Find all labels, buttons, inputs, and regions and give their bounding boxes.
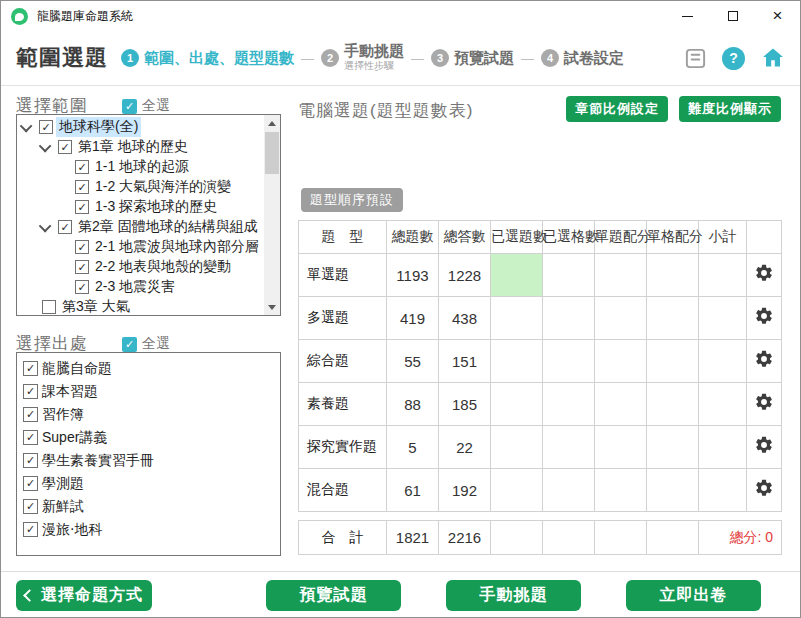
- manual-pick-button[interactable]: 手動挑題: [446, 580, 581, 611]
- checkbox-checked[interactable]: [58, 220, 72, 234]
- selected-questions-cell[interactable]: [491, 426, 543, 469]
- tree-item-label[interactable]: 第1章 地球的歷史: [75, 137, 191, 157]
- generate-paper-button[interactable]: 立即出卷: [626, 580, 761, 611]
- points-per-cell-cell[interactable]: [647, 426, 699, 469]
- tree-item-label[interactable]: 1-3 探索地球的歷史: [92, 197, 220, 217]
- checkbox-checked[interactable]: [23, 453, 38, 468]
- step-4[interactable]: 4 試卷設定: [541, 49, 624, 67]
- checkbox-unchecked[interactable]: [42, 300, 56, 314]
- checkbox-checked[interactable]: [75, 240, 89, 254]
- step-2[interactable]: 2 手動挑題 選擇性步驟: [321, 43, 404, 74]
- checkbox-checked[interactable]: [75, 280, 89, 294]
- checkbox-checked[interactable]: [23, 430, 38, 445]
- selected-cells-cell[interactable]: [543, 254, 595, 297]
- preview-questions-button[interactable]: 預覽試題: [266, 580, 401, 611]
- chevron-down-icon[interactable]: [39, 219, 52, 232]
- save-button[interactable]: [684, 47, 707, 70]
- checkbox-checked[interactable]: [23, 476, 38, 491]
- checkbox-checked[interactable]: [75, 160, 89, 174]
- checkbox-checked[interactable]: [23, 522, 38, 537]
- points-per-question-cell[interactable]: [595, 254, 647, 297]
- points-per-cell-cell[interactable]: [647, 469, 699, 512]
- close-button[interactable]: [755, 1, 800, 31]
- tree-item-label[interactable]: 1-1 地球的起源: [92, 157, 192, 177]
- source-item[interactable]: Super講義: [23, 426, 280, 449]
- tree-item[interactable]: 1-1 地球的起源: [17, 157, 264, 177]
- source-item[interactable]: 龍騰自命題: [23, 357, 280, 380]
- chapter-ratio-button[interactable]: 章節比例設定: [566, 96, 668, 122]
- source-select-all[interactable]: 全選: [122, 335, 170, 353]
- source-item-label[interactable]: 學測題: [42, 475, 84, 493]
- minimize-button[interactable]: [665, 1, 710, 31]
- tree-item-label[interactable]: 地球科學(全): [56, 117, 141, 137]
- chevron-down-icon[interactable]: [20, 119, 33, 132]
- source-item-label[interactable]: 龍騰自命題: [42, 360, 112, 378]
- tree-item[interactable]: 2-3 地震災害: [17, 277, 264, 297]
- step-3[interactable]: 3 預覽試題: [431, 49, 514, 67]
- maximize-button[interactable]: [710, 1, 755, 31]
- source-item-label[interactable]: 新鮮試: [42, 498, 84, 516]
- selected-cells-cell[interactable]: [543, 383, 595, 426]
- checkbox-checked[interactable]: [58, 140, 72, 154]
- tree-item-label[interactable]: 2-3 地震災害: [92, 277, 178, 297]
- tree-item-label[interactable]: 2-2 地表與地殼的變動: [92, 257, 234, 277]
- points-per-cell-cell[interactable]: [647, 297, 699, 340]
- difficulty-ratio-button[interactable]: 難度比例顯示: [679, 96, 781, 122]
- row-settings-button[interactable]: [747, 426, 782, 469]
- checkbox-checked[interactable]: [23, 361, 38, 376]
- selected-questions-cell[interactable]: [491, 340, 543, 383]
- selected-cells-cell[interactable]: [543, 426, 595, 469]
- source-item[interactable]: 課本習題: [23, 380, 280, 403]
- checkbox-checked[interactable]: [39, 120, 53, 134]
- source-item-label[interactable]: 學生素養實習手冊: [42, 452, 154, 470]
- row-settings-button[interactable]: [747, 340, 782, 383]
- selected-cells-cell[interactable]: [543, 469, 595, 512]
- selected-questions-cell[interactable]: [491, 469, 543, 512]
- tree-item[interactable]: 1-2 大氣與海洋的演變: [17, 177, 264, 197]
- tree-item[interactable]: 第3章 大氣: [17, 297, 264, 315]
- tree-scrollbar[interactable]: [264, 115, 280, 315]
- range-select-all[interactable]: 全選: [122, 97, 170, 115]
- points-per-cell-cell[interactable]: [647, 254, 699, 297]
- checkbox-checked[interactable]: [75, 200, 89, 214]
- source-item[interactable]: 學測題: [23, 472, 280, 495]
- tree-item-label[interactable]: 第3章 大氣: [59, 297, 133, 315]
- points-per-question-cell[interactable]: [595, 469, 647, 512]
- scrollbar-thumb[interactable]: [265, 132, 279, 174]
- row-settings-button[interactable]: [747, 383, 782, 426]
- source-item[interactable]: 習作簿: [23, 403, 280, 426]
- tree-item[interactable]: 2-1 地震波與地球內部分層: [17, 237, 264, 257]
- row-settings-button[interactable]: [747, 254, 782, 297]
- selected-questions-cell[interactable]: [491, 383, 543, 426]
- checkbox-checked[interactable]: [75, 260, 89, 274]
- source-item-label[interactable]: 習作簿: [42, 406, 84, 424]
- scroll-up-icon[interactable]: [264, 115, 280, 131]
- step-1[interactable]: 1 範圍、出處、題型題數: [121, 49, 294, 67]
- selected-questions-cell[interactable]: [491, 297, 543, 340]
- source-item[interactable]: 新鮮試: [23, 495, 280, 518]
- question-order-badge[interactable]: 題型順序預設: [301, 188, 403, 212]
- points-per-question-cell[interactable]: [595, 340, 647, 383]
- tree-item-label[interactable]: 第2章 固體地球的結構與組成: [75, 217, 261, 237]
- checkbox-checked[interactable]: [23, 407, 38, 422]
- tree-item[interactable]: 地球科學(全): [17, 117, 264, 137]
- chevron-down-icon[interactable]: [39, 139, 52, 152]
- tree-item-label[interactable]: 1-2 大氣與海洋的演變: [92, 177, 234, 197]
- checkbox-checked[interactable]: [23, 384, 38, 399]
- row-settings-button[interactable]: [747, 469, 782, 512]
- points-per-cell-cell[interactable]: [647, 340, 699, 383]
- home-button[interactable]: [760, 46, 786, 70]
- source-item-label[interactable]: 漫旅‧地科: [42, 521, 102, 539]
- row-settings-button[interactable]: [747, 297, 782, 340]
- tree-item[interactable]: 2-2 地表與地殼的變動: [17, 257, 264, 277]
- tree-item[interactable]: 1-3 探索地球的歷史: [17, 197, 264, 217]
- tree-item-label[interactable]: 2-1 地震波與地球內部分層: [92, 237, 262, 257]
- checkbox-checked[interactable]: [23, 499, 38, 514]
- selected-questions-input[interactable]: [491, 254, 543, 297]
- back-to-method-button[interactable]: 選擇命題方式: [16, 580, 152, 611]
- tree-item[interactable]: 第1章 地球的歷史: [17, 137, 264, 157]
- points-per-cell-cell[interactable]: [647, 383, 699, 426]
- help-button[interactable]: [722, 47, 745, 70]
- tree-item[interactable]: 第2章 固體地球的結構與組成: [17, 217, 264, 237]
- selected-cells-cell[interactable]: [543, 340, 595, 383]
